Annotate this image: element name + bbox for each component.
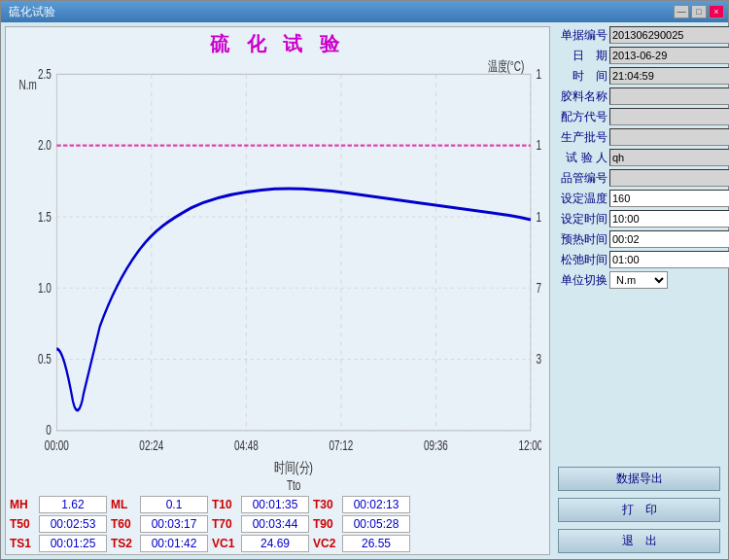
- t90-label: T90: [313, 517, 340, 531]
- data-cell-t30: T30 00:02:13: [313, 496, 410, 513]
- data-cell-ml: ML 0.1: [111, 496, 208, 513]
- ml-value: 0.1: [140, 496, 208, 513]
- field-row-9: 设定时间: [554, 210, 724, 228]
- ts1-label: TS1: [10, 537, 37, 550]
- mh-label: MH: [10, 498, 37, 511]
- field-input-7[interactable]: [609, 169, 729, 187]
- data-cell-vc1: VC1 24.69: [212, 535, 309, 552]
- data-row-3: TS1 00:01:25 TS2 00:01:42 VC1 24.69 VC2 …: [10, 535, 545, 552]
- field-input-6[interactable]: [609, 149, 729, 166]
- field-label-3: 胶料名称: [554, 88, 608, 105]
- vc1-label: VC1: [212, 537, 239, 550]
- t90-value: 00:05:28: [342, 515, 410, 533]
- field-input-1[interactable]: [609, 47, 729, 64]
- svg-text:00:00: 00:00: [45, 438, 69, 453]
- data-cell-t90: T90 00:05:28: [313, 515, 410, 533]
- svg-text:0: 0: [46, 423, 52, 438]
- chart-title: 硫 化 试 验: [6, 27, 549, 57]
- data-rows: MH 1.62 ML 0.1 T10 00:01:35 T30 00:02:13: [6, 494, 549, 554]
- data-cell-mh: MH 1.62: [10, 496, 107, 513]
- field-input-11[interactable]: [609, 251, 729, 268]
- field-row-4: 配方代号: [554, 108, 724, 125]
- t70-value: 00:03:44: [241, 515, 309, 533]
- svg-rect-0: [56, 74, 531, 431]
- field-label-1: 日 期: [554, 48, 608, 64]
- field-input-0[interactable]: [609, 26, 729, 44]
- chart-wrapper: 2.5 2.0 1.5 1.0 0.5 0 N.m 195 156 117 78…: [14, 59, 541, 490]
- svg-text:1.5: 1.5: [38, 209, 52, 225]
- ml-label: ML: [111, 498, 138, 511]
- svg-text:195: 195: [536, 66, 541, 82]
- ts1-value: 00:01:25: [39, 535, 107, 552]
- svg-text:117: 117: [536, 209, 541, 225]
- chart-area: 硫 化 试 验: [5, 26, 550, 555]
- unit-label: 单位切换: [554, 272, 608, 289]
- svg-text:Tto: Tto: [287, 477, 301, 490]
- main-content: 硫 化 试 验: [1, 22, 728, 559]
- svg-text:时间(分): 时间(分): [274, 459, 313, 475]
- svg-text:39: 39: [536, 352, 541, 368]
- svg-text:N.m: N.m: [19, 77, 37, 92]
- svg-text:12:00: 12:00: [518, 438, 541, 453]
- svg-text:0.5: 0.5: [38, 352, 52, 368]
- titlebar-buttons: — □ ×: [674, 5, 724, 18]
- t50-value: 00:02:53: [39, 515, 107, 533]
- minimize-button[interactable]: —: [674, 5, 689, 18]
- t60-label: T60: [111, 517, 138, 531]
- t60-value: 00:03:17: [140, 515, 208, 533]
- data-cell-ts2: TS2 00:01:42: [111, 535, 208, 552]
- data-cell-t70: T70 00:03:44: [212, 515, 309, 533]
- export-button[interactable]: 数据导出: [558, 467, 720, 491]
- svg-text:156: 156: [536, 138, 541, 154]
- window-title: 硫化试验: [5, 4, 55, 20]
- t10-value: 00:01:35: [241, 496, 309, 513]
- t10-label: T10: [212, 498, 239, 511]
- svg-text:02:24: 02:24: [139, 438, 163, 453]
- field-row-1: 日 期: [554, 47, 724, 64]
- ts2-value: 00:01:42: [140, 535, 208, 552]
- svg-text:78: 78: [536, 280, 541, 296]
- field-label-4: 配方代号: [554, 109, 608, 125]
- field-input-4[interactable]: [609, 108, 729, 125]
- field-row-3: 胶料名称: [554, 88, 724, 105]
- ts2-label: TS2: [111, 537, 138, 550]
- unit-select[interactable]: N.m lbf.in: [609, 271, 668, 289]
- close-button[interactable]: ×: [709, 5, 724, 18]
- field-row-6: 试 验 人: [554, 149, 724, 166]
- field-row-0: 单据编号: [554, 26, 724, 44]
- field-label-10: 预热时间: [554, 231, 608, 248]
- field-label-6: 试 验 人: [554, 150, 608, 166]
- data-cell-t50: T50 00:02:53: [10, 515, 107, 533]
- chart-svg: 2.5 2.0 1.5 1.0 0.5 0 N.m 195 156 117 78…: [14, 59, 541, 490]
- field-label-11: 松弛时间: [554, 252, 608, 268]
- field-label-7: 品管编号: [554, 170, 608, 187]
- mh-value: 1.62: [39, 496, 107, 513]
- field-label-0: 单据编号: [554, 27, 608, 44]
- svg-text:1.0: 1.0: [38, 280, 52, 296]
- field-row-11: 松弛时间: [554, 251, 724, 268]
- field-label-5: 生产批号: [554, 129, 608, 146]
- unit-row: 单位切换 N.m lbf.in: [554, 271, 724, 289]
- vc2-label: VC2: [313, 537, 340, 550]
- field-row-5: 生产批号: [554, 128, 724, 146]
- field-input-10[interactable]: [609, 230, 729, 248]
- t70-label: T70: [212, 517, 239, 531]
- data-cell-ts1: TS1 00:01:25: [10, 535, 107, 552]
- t30-label: T30: [313, 498, 340, 511]
- field-row-8: 设定温度: [554, 190, 724, 207]
- maximize-button[interactable]: □: [691, 5, 707, 18]
- sidebar: 单据编号 日 期 时 间 胶料名称 配方代号 生产批号: [554, 26, 724, 555]
- field-input-9[interactable]: [609, 210, 729, 228]
- field-row-10: 预热时间: [554, 230, 724, 248]
- svg-text:07:12: 07:12: [329, 438, 353, 453]
- data-row-1: MH 1.62 ML 0.1 T10 00:01:35 T30 00:02:13: [10, 496, 545, 513]
- field-input-2[interactable]: [609, 67, 729, 85]
- field-input-5[interactable]: [609, 128, 729, 146]
- exit-button[interactable]: 退 出: [558, 529, 720, 553]
- field-input-3[interactable]: [609, 88, 729, 105]
- print-button[interactable]: 打 印: [558, 498, 720, 522]
- field-input-8[interactable]: [609, 190, 729, 207]
- svg-text:04:48: 04:48: [234, 438, 259, 453]
- field-label-8: 设定温度: [554, 191, 608, 207]
- t50-label: T50: [10, 517, 37, 531]
